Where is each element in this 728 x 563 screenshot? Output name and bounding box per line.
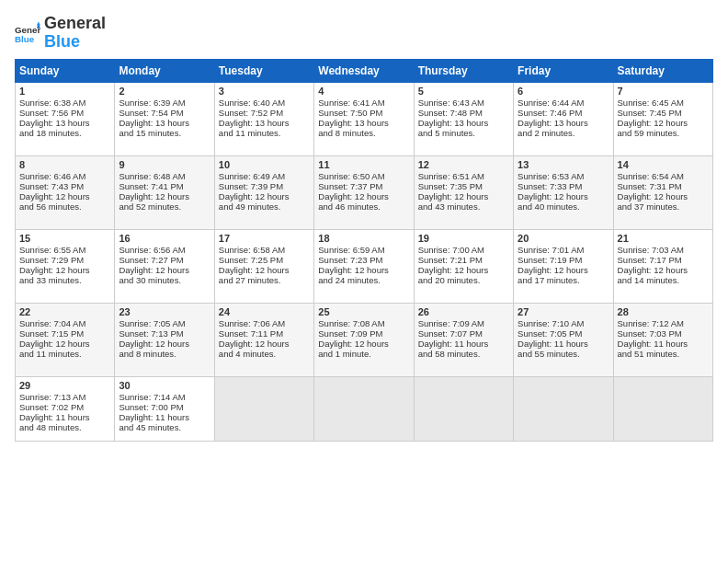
calendar-cell: 10Sunrise: 6:49 AMSunset: 7:39 PMDayligh…: [214, 155, 313, 229]
day-info: and 46 minutes.: [318, 201, 409, 212]
day-info: Daylight: 11 hours: [418, 339, 509, 349]
day-number: 19: [418, 233, 509, 244]
day-info: and 15 minutes.: [119, 128, 210, 138]
day-info: and 30 minutes.: [119, 275, 210, 285]
day-info: and 56 minutes.: [19, 201, 110, 212]
day-info: and 8 minutes.: [318, 128, 409, 138]
logo-text: GeneralBlue: [44, 15, 106, 52]
calendar-cell: 12Sunrise: 6:51 AMSunset: 7:35 PMDayligh…: [414, 155, 513, 229]
day-info: Sunrise: 6:39 AM: [119, 98, 210, 108]
weekday-header-tuesday: Tuesday: [214, 59, 313, 82]
day-info: and 58 minutes.: [418, 349, 509, 359]
day-info: and 43 minutes.: [418, 201, 509, 212]
day-number: 3: [219, 86, 310, 97]
day-number: 29: [19, 380, 110, 391]
day-info: Sunset: 7:00 PM: [119, 402, 210, 412]
day-number: 23: [119, 306, 210, 317]
day-number: 26: [418, 306, 509, 317]
weekday-header-friday: Friday: [514, 59, 613, 82]
day-info: Sunrise: 6:54 AM: [618, 171, 709, 181]
calendar-cell: 9Sunrise: 6:48 AMSunset: 7:41 PMDaylight…: [115, 155, 214, 229]
day-info: Daylight: 11 hours: [119, 412, 210, 422]
day-info: Sunrise: 6:58 AM: [219, 245, 310, 255]
calendar-cell: 15Sunrise: 6:55 AMSunset: 7:29 PMDayligh…: [16, 229, 115, 303]
day-number: 22: [19, 306, 110, 317]
day-info: and 49 minutes.: [219, 201, 310, 212]
weekday-header-wednesday: Wednesday: [314, 59, 414, 82]
day-info: Daylight: 12 hours: [518, 265, 609, 275]
calendar-cell: 25Sunrise: 7:08 AMSunset: 7:09 PMDayligh…: [314, 303, 414, 376]
day-info: Daylight: 12 hours: [219, 191, 310, 201]
day-number: 18: [318, 233, 409, 244]
calendar-cell: 24Sunrise: 7:06 AMSunset: 7:11 PMDayligh…: [214, 303, 313, 376]
day-info: Sunset: 7:41 PM: [119, 181, 210, 191]
day-info: and 20 minutes.: [418, 275, 509, 285]
day-info: Sunrise: 7:00 AM: [418, 245, 509, 255]
day-info: Daylight: 13 hours: [119, 118, 210, 128]
calendar-cell: 8Sunrise: 6:46 AMSunset: 7:43 PMDaylight…: [16, 155, 115, 229]
day-info: Sunrise: 6:46 AM: [19, 171, 110, 181]
day-info: Sunrise: 6:55 AM: [19, 245, 110, 255]
calendar-cell: 19Sunrise: 7:00 AMSunset: 7:21 PMDayligh…: [414, 229, 513, 303]
day-info: Daylight: 12 hours: [19, 339, 110, 349]
day-info: Daylight: 12 hours: [119, 191, 210, 201]
day-info: and 48 minutes.: [19, 422, 110, 432]
day-info: and 11 minutes.: [19, 349, 110, 359]
day-number: 11: [318, 159, 409, 170]
day-info: Sunrise: 7:01 AM: [518, 245, 609, 255]
day-info: Sunrise: 6:41 AM: [318, 98, 409, 108]
day-info: and 11 minutes.: [219, 128, 310, 138]
day-info: Sunset: 7:33 PM: [518, 181, 609, 191]
logo: General Blue GeneralBlue: [15, 15, 106, 52]
day-info: Daylight: 12 hours: [618, 265, 709, 275]
calendar-table: SundayMondayTuesdayWednesdayThursdayFrid…: [15, 59, 713, 442]
weekday-header-saturday: Saturday: [613, 59, 712, 82]
day-info: and 17 minutes.: [518, 275, 609, 285]
day-info: Daylight: 12 hours: [219, 265, 310, 275]
day-info: Sunrise: 7:14 AM: [119, 392, 210, 402]
day-info: Daylight: 12 hours: [19, 191, 110, 201]
day-info: and 51 minutes.: [618, 349, 709, 359]
day-info: Sunrise: 6:51 AM: [418, 171, 509, 181]
calendar-cell: 14Sunrise: 6:54 AMSunset: 7:31 PMDayligh…: [613, 155, 712, 229]
day-info: Daylight: 12 hours: [119, 265, 210, 275]
calendar-container: General Blue GeneralBlue SundayMondayTue…: [0, 0, 728, 449]
calendar-cell: 26Sunrise: 7:09 AMSunset: 7:07 PMDayligh…: [414, 303, 513, 376]
calendar-cell: 20Sunrise: 7:01 AMSunset: 7:19 PMDayligh…: [514, 229, 613, 303]
day-number: 27: [518, 306, 609, 317]
day-number: 14: [618, 159, 709, 170]
day-info: Daylight: 12 hours: [318, 265, 409, 275]
calendar-cell: [514, 376, 613, 441]
day-number: 28: [618, 306, 709, 317]
calendar-cell: 17Sunrise: 6:58 AMSunset: 7:25 PMDayligh…: [214, 229, 313, 303]
day-info: Sunset: 7:39 PM: [219, 181, 310, 191]
day-number: 6: [518, 86, 609, 97]
day-info: Sunrise: 7:12 AM: [618, 318, 709, 328]
day-number: 24: [219, 306, 310, 317]
calendar-cell: 5Sunrise: 6:43 AMSunset: 7:48 PMDaylight…: [414, 82, 513, 155]
day-info: Daylight: 13 hours: [418, 118, 509, 128]
day-info: Sunrise: 7:04 AM: [19, 318, 110, 328]
day-number: 25: [318, 306, 409, 317]
svg-text:Blue: Blue: [15, 34, 35, 44]
day-info: and 27 minutes.: [219, 275, 310, 285]
day-info: Sunrise: 6:44 AM: [518, 98, 609, 108]
day-number: 16: [119, 233, 210, 244]
day-number: 10: [219, 159, 310, 170]
calendar-cell: 11Sunrise: 6:50 AMSunset: 7:37 PMDayligh…: [314, 155, 414, 229]
day-number: 1: [19, 86, 110, 97]
calendar-cell: 6Sunrise: 6:44 AMSunset: 7:46 PMDaylight…: [514, 82, 613, 155]
day-info: Sunrise: 6:40 AM: [219, 98, 310, 108]
day-number: 7: [618, 86, 709, 97]
day-info: Sunrise: 6:49 AM: [219, 171, 310, 181]
day-number: 5: [418, 86, 509, 97]
weekday-header-thursday: Thursday: [414, 59, 513, 82]
day-info: Daylight: 13 hours: [219, 118, 310, 128]
day-info: Sunrise: 7:06 AM: [219, 318, 310, 328]
day-info: Daylight: 12 hours: [19, 265, 110, 275]
day-info: Sunrise: 6:43 AM: [418, 98, 509, 108]
day-info: and 33 minutes.: [19, 275, 110, 285]
calendar-cell: 22Sunrise: 7:04 AMSunset: 7:15 PMDayligh…: [16, 303, 115, 376]
day-info: Sunrise: 6:38 AM: [19, 98, 110, 108]
day-info: Sunrise: 7:05 AM: [119, 318, 210, 328]
